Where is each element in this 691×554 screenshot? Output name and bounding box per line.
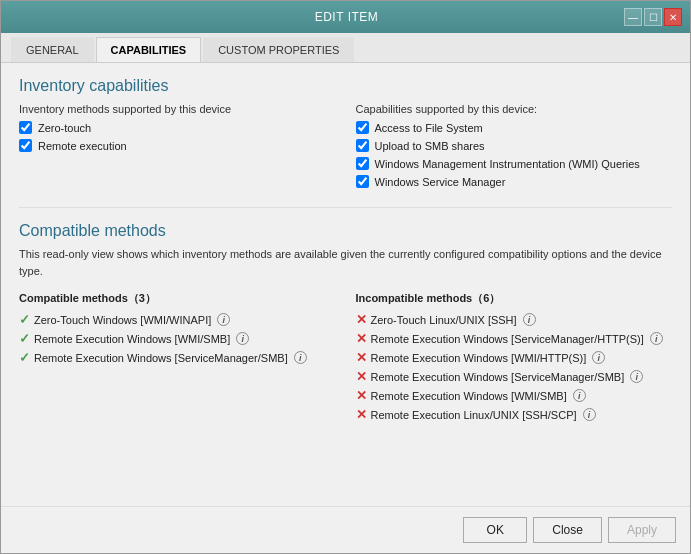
tab-custom-properties[interactable]: CUSTOM PROPERTIES <box>203 37 354 62</box>
incompat-item-4: ✕ Remote Execution Windows [WMI/SMB] i <box>356 388 673 403</box>
dialog-footer: OK Close Apply <box>1 506 690 553</box>
incompat-info-0[interactable]: i <box>523 313 536 326</box>
incompat-info-3[interactable]: i <box>630 370 643 383</box>
checkbox-wsm: Windows Service Manager <box>356 175 673 188</box>
remote-execution-checkbox[interactable] <box>19 139 32 152</box>
incompat-info-5[interactable]: i <box>583 408 596 421</box>
compat-methods-title: Compatible methods <box>19 222 672 240</box>
wsm-checkbox[interactable] <box>356 175 369 188</box>
checkbox-access-fs: Access to File System <box>356 121 673 134</box>
incompat-item-label-0: Zero-Touch Linux/UNIX [SSH] <box>371 314 517 326</box>
checkbox-upload-smb: Upload to SMB shares <box>356 139 673 152</box>
incompat-item-label-3: Remote Execution Windows [ServiceManager… <box>371 371 625 383</box>
inventory-methods-subtitle: Inventory methods supported by this devi… <box>19 103 336 115</box>
incompat-item-2: ✕ Remote Execution Windows [WMI/HTTP(S)]… <box>356 350 673 365</box>
wsm-label: Windows Service Manager <box>375 176 506 188</box>
tab-capabilities[interactable]: CAPABILITIES <box>96 37 202 62</box>
compat-item-label-0: Zero-Touch Windows [WMI/WINAPI] <box>34 314 211 326</box>
close-button[interactable]: ✕ <box>664 8 682 26</box>
remote-execution-label: Remote execution <box>38 140 127 152</box>
capabilities-subtitle: Capabilities supported by this device: <box>356 103 673 115</box>
incompatible-col-title: Incompatible methods（6） <box>356 291 673 306</box>
capabilities-two-col: Inventory methods supported by this devi… <box>19 103 672 193</box>
compat-item-label-1: Remote Execution Windows [WMI/SMB] <box>34 333 230 345</box>
tab-bar: GENERAL CAPABILITIES CUSTOM PROPERTIES <box>1 33 690 63</box>
cross-icon-0: ✕ <box>356 312 367 327</box>
checkbox-remote-execution: Remote execution <box>19 139 336 152</box>
zero-touch-checkbox[interactable] <box>19 121 32 134</box>
compat-methods-desc: This read-only view shows which inventor… <box>19 246 672 279</box>
incompat-info-4[interactable]: i <box>573 389 586 402</box>
title-bar: EDIT ITEM — ☐ ✕ <box>1 1 690 33</box>
cross-icon-1: ✕ <box>356 331 367 346</box>
edit-item-dialog: EDIT ITEM — ☐ ✕ GENERAL CAPABILITIES CUS… <box>0 0 691 554</box>
inventory-methods-col: Inventory methods supported by this devi… <box>19 103 336 193</box>
capabilities-col: Capabilities supported by this device: A… <box>356 103 673 193</box>
compat-item-2: ✓ Remote Execution Windows [ServiceManag… <box>19 350 336 365</box>
upload-smb-checkbox[interactable] <box>356 139 369 152</box>
dialog-title: EDIT ITEM <box>69 10 624 24</box>
incompat-info-1[interactable]: i <box>650 332 663 345</box>
check-icon-2: ✓ <box>19 350 30 365</box>
close-button-footer[interactable]: Close <box>533 517 602 543</box>
info-icon-1[interactable]: i <box>236 332 249 345</box>
incompat-info-2[interactable]: i <box>592 351 605 364</box>
incompat-item-1: ✕ Remote Execution Windows [ServiceManag… <box>356 331 673 346</box>
compat-item-0: ✓ Zero-Touch Windows [WMI/WINAPI] i <box>19 312 336 327</box>
cross-icon-2: ✕ <box>356 350 367 365</box>
access-fs-checkbox[interactable] <box>356 121 369 134</box>
access-fs-label: Access to File System <box>375 122 483 134</box>
wmi-label: Windows Management Instrumentation (WMI)… <box>375 158 640 170</box>
incompat-item-0: ✕ Zero-Touch Linux/UNIX [SSH] i <box>356 312 673 327</box>
cross-icon-5: ✕ <box>356 407 367 422</box>
compatible-col-title: Compatible methods（3） <box>19 291 336 306</box>
tab-general[interactable]: GENERAL <box>11 37 94 62</box>
apply-button[interactable]: Apply <box>608 517 676 543</box>
check-icon-0: ✓ <box>19 312 30 327</box>
compat-item-label-2: Remote Execution Windows [ServiceManager… <box>34 352 288 364</box>
inventory-capabilities-title: Inventory capabilities <box>19 77 672 95</box>
checkbox-zero-touch: Zero-touch <box>19 121 336 134</box>
title-bar-controls: — ☐ ✕ <box>624 8 682 26</box>
minimize-button[interactable]: — <box>624 8 642 26</box>
incompat-item-5: ✕ Remote Execution Linux/UNIX [SSH/SCP] … <box>356 407 673 422</box>
zero-touch-label: Zero-touch <box>38 122 91 134</box>
info-icon-0[interactable]: i <box>217 313 230 326</box>
incompat-item-label-4: Remote Execution Windows [WMI/SMB] <box>371 390 567 402</box>
compatible-col: Compatible methods（3） ✓ Zero-Touch Windo… <box>19 291 336 426</box>
check-icon-1: ✓ <box>19 331 30 346</box>
checkbox-wmi: Windows Management Instrumentation (WMI)… <box>356 157 673 170</box>
compat-item-1: ✓ Remote Execution Windows [WMI/SMB] i <box>19 331 336 346</box>
incompat-item-3: ✕ Remote Execution Windows [ServiceManag… <box>356 369 673 384</box>
cross-icon-3: ✕ <box>356 369 367 384</box>
incompatible-col: Incompatible methods（6） ✕ Zero-Touch Lin… <box>356 291 673 426</box>
ok-button[interactable]: OK <box>463 517 527 543</box>
incompat-item-label-1: Remote Execution Windows [ServiceManager… <box>371 333 644 345</box>
compat-two-col: Compatible methods（3） ✓ Zero-Touch Windo… <box>19 291 672 426</box>
info-icon-2[interactable]: i <box>294 351 307 364</box>
wmi-checkbox[interactable] <box>356 157 369 170</box>
section-divider <box>19 207 672 208</box>
maximize-button[interactable]: ☐ <box>644 8 662 26</box>
cross-icon-4: ✕ <box>356 388 367 403</box>
incompat-item-label-5: Remote Execution Linux/UNIX [SSH/SCP] <box>371 409 577 421</box>
tab-content: Inventory capabilities Inventory methods… <box>1 63 690 506</box>
upload-smb-label: Upload to SMB shares <box>375 140 485 152</box>
incompat-item-label-2: Remote Execution Windows [WMI/HTTP(S)] <box>371 352 587 364</box>
